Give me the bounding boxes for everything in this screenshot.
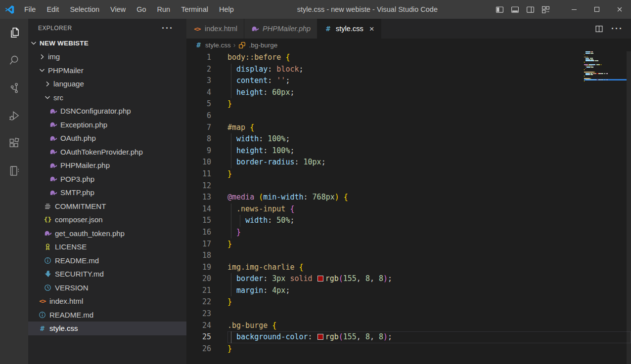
code-token xyxy=(361,274,365,283)
split-editor-icon[interactable] xyxy=(595,25,603,33)
tab-index-html[interactable]: <>index.html xyxy=(186,19,244,39)
code-line[interactable]: 4 height: 60px; xyxy=(186,87,631,99)
tree-item-readme-md[interactable]: README.md xyxy=(28,308,186,322)
tree-item-readme-md[interactable]: README.md xyxy=(28,254,186,268)
code-line[interactable]: 17} xyxy=(186,239,631,250)
tree-item-version[interactable]: VERSION xyxy=(28,281,186,295)
code-line[interactable]: 9 height: 100%; xyxy=(186,145,631,157)
code-token xyxy=(227,76,236,85)
code-line[interactable]: 3 content: ''; xyxy=(186,75,631,87)
code-line[interactable]: 12 xyxy=(186,180,631,192)
run-debug-icon[interactable] xyxy=(0,102,28,129)
toggle-primary-sidebar-icon[interactable] xyxy=(496,5,504,14)
code-line[interactable]: 14 .news-input { xyxy=(186,203,631,215)
code-token xyxy=(268,274,272,283)
breadcrumb-file[interactable]: style.css xyxy=(205,41,231,49)
tree-item-oauth-php[interactable]: OAuth.php xyxy=(28,131,186,145)
tree-item-security-md[interactable]: SECURITY.md xyxy=(28,267,186,281)
tree-item-src[interactable]: src xyxy=(28,91,186,105)
tree-item-index-html[interactable]: <>index.html xyxy=(28,294,186,308)
code-line[interactable]: 19img.img-charlie { xyxy=(186,262,631,274)
explorer-more-actions-icon[interactable]: ··· xyxy=(162,26,174,31)
code-line[interactable]: 25 background-color: rgb(155, 8, 8); xyxy=(186,331,631,343)
line-number: 22 xyxy=(186,296,211,308)
menu-terminal[interactable]: Terminal xyxy=(176,0,214,19)
code-line[interactable]: 16 } xyxy=(186,227,631,239)
minimize-button[interactable] xyxy=(563,0,586,19)
tree-item-pop3-php[interactable]: POP3.php xyxy=(28,172,186,186)
tree-item-phpmailer[interactable]: PHPMailer xyxy=(28,64,186,78)
tree-item-smtp-php[interactable]: SMTP.php xyxy=(28,186,186,200)
tree-item-oauthtokenprovider-php[interactable]: OAuthTokenProvider.php xyxy=(28,145,186,159)
code-line[interactable]: 8 width: 100%; xyxy=(186,133,631,145)
tree-item-get-oauth-token-php[interactable]: get_oauth_token.php xyxy=(28,227,186,241)
color-swatch[interactable] xyxy=(317,334,323,340)
color-swatch[interactable] xyxy=(317,276,323,282)
code-line[interactable]: 18 xyxy=(186,250,631,262)
tree-item-exception-php[interactable]: Exception.php xyxy=(28,118,186,132)
close-button[interactable] xyxy=(608,0,631,19)
code-line[interactable]: 15 width: 50%; xyxy=(186,215,631,227)
breadcrumb-symbol[interactable]: .bg-burge xyxy=(249,41,277,49)
code-line[interactable]: 20 border: 3px solid rgb(155, 8, 8); xyxy=(186,273,631,285)
customize-layout-icon[interactable] xyxy=(541,5,550,14)
code-line[interactable]: 10 border-radius: 10px; xyxy=(186,157,631,168)
maximize-button[interactable] xyxy=(586,0,608,19)
code-line[interactable]: 7#map { xyxy=(186,122,631,134)
code-line[interactable]: 23 xyxy=(186,308,631,320)
code-line[interactable]: 24.bg-burge { xyxy=(186,320,631,332)
menu-selection[interactable]: Selection xyxy=(64,0,105,19)
menu-view[interactable]: View xyxy=(105,0,131,19)
code-token xyxy=(227,158,236,166)
code-token: ) xyxy=(335,193,339,202)
code-line[interactable]: 6 xyxy=(186,110,631,122)
code-line[interactable]: 26} xyxy=(186,343,631,355)
menu-file[interactable]: File xyxy=(19,0,41,19)
tree-item-language[interactable]: language xyxy=(28,77,186,91)
code-line[interactable]: 5} xyxy=(186,98,631,110)
code-line[interactable]: 13@media (min-width: 768px) { xyxy=(186,192,631,203)
tree-item-composer-json[interactable]: {}composer.json xyxy=(28,213,186,227)
code-line[interactable]: 2 display: block; xyxy=(186,64,631,76)
code-token: ( xyxy=(339,274,343,283)
code-line[interactable]: 1body::before { xyxy=(186,52,631,64)
minimap[interactable] xyxy=(584,51,627,81)
tab-style-css[interactable]: #style.css× xyxy=(317,19,381,39)
search-icon[interactable] xyxy=(0,46,28,74)
line-content: } xyxy=(227,98,631,110)
toggle-panel-icon[interactable] xyxy=(511,5,519,14)
line-content: height: 60px; xyxy=(227,87,631,99)
tab-phpmailer-php[interactable]: PHPMailer.php xyxy=(244,19,317,39)
tree-item-license[interactable]: LICENSE xyxy=(28,240,186,254)
code-line[interactable]: 22} xyxy=(186,296,631,308)
menu-run[interactable]: Run xyxy=(152,0,176,19)
source-control-icon[interactable] xyxy=(0,74,28,102)
menu-help[interactable]: Help xyxy=(214,0,239,19)
close-tab-icon[interactable]: × xyxy=(369,25,374,33)
menu-edit[interactable]: Edit xyxy=(41,0,64,19)
scrollbar[interactable] xyxy=(627,51,631,364)
notebook-icon[interactable] xyxy=(0,157,28,185)
editor-more-actions-icon[interactable]: ··· xyxy=(611,26,623,31)
tree-item-commitment[interactable]: COMMITMENT xyxy=(28,200,186,213)
code-token: : xyxy=(304,193,308,202)
tree-item-dsnconfigurator-php[interactable]: DSNConfigurator.php xyxy=(28,104,186,118)
line-content: } xyxy=(227,168,631,180)
files-icon[interactable] xyxy=(0,19,28,46)
section-header[interactable]: NEW WEBISTE xyxy=(28,37,186,49)
toggle-secondary-sidebar-icon[interactable] xyxy=(526,5,535,14)
tab-bar: <>index.htmlPHPMailer.php#style.css× ··· xyxy=(186,19,631,39)
code-line[interactable]: 21 margin: 4px; xyxy=(186,285,631,297)
code-line[interactable]: 11} xyxy=(186,168,631,180)
tree-item-label: POP3.php xyxy=(60,175,94,183)
code-token xyxy=(227,146,236,155)
tree-item-phpmailer-php[interactable]: PHPMailer.php xyxy=(28,159,186,172)
code-token: } xyxy=(227,99,232,108)
code-token xyxy=(272,216,276,225)
tree-item-style-css[interactable]: #style.css xyxy=(28,322,186,335)
tree-item-label: PHPMailer.php xyxy=(60,161,110,169)
extensions-icon[interactable] xyxy=(0,129,28,157)
tree-item-img[interactable]: img xyxy=(28,50,186,64)
code-token: ; xyxy=(285,134,290,143)
menu-go[interactable]: Go xyxy=(131,0,151,19)
